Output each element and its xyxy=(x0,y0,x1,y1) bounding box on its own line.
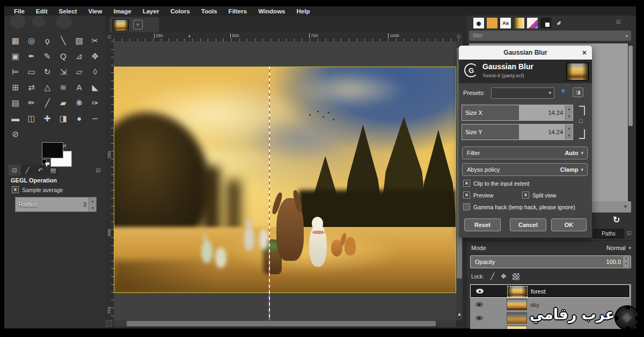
tool-warp-transform[interactable]: ≋ xyxy=(55,79,71,95)
spin-down-icon[interactable]: ▼ xyxy=(89,204,96,211)
tool-paintbrush[interactable]: ╱ xyxy=(39,95,55,111)
brushes-tab-icon[interactable]: ◉ xyxy=(473,18,484,28)
tool-heal[interactable]: ✚ xyxy=(39,111,55,126)
tool-move[interactable]: ✥ xyxy=(87,48,103,64)
layer-row-partial[interactable] xyxy=(470,325,630,329)
tool-pencil[interactable]: ✏ xyxy=(24,95,40,111)
lock-position-icon[interactable]: ✥ xyxy=(501,273,506,280)
tool-eraser[interactable]: ▰ xyxy=(55,95,71,111)
image-tab[interactable]: × xyxy=(109,17,159,32)
spin-up-icon[interactable]: ▲ xyxy=(566,105,573,113)
clip-extent-row[interactable]: × Clip to the input extent xyxy=(463,180,529,187)
menu-filters[interactable]: Filters xyxy=(229,8,247,14)
lock-pixels-icon[interactable]: ╱ xyxy=(491,273,494,280)
tool-align[interactable]: ⊨ xyxy=(8,64,24,79)
paths-tab[interactable]: Paths xyxy=(593,229,624,239)
dialog-titlebar[interactable]: Gaussian Blur × xyxy=(459,46,592,60)
foreground-color-swatch[interactable] xyxy=(42,142,63,158)
tool-ellipse-select[interactable]: ◎ xyxy=(24,33,40,48)
radius-slider[interactable]: Radius 3 ▲ ▼ xyxy=(15,197,97,212)
layer-visible-icon[interactable] xyxy=(475,316,483,320)
link-size-chain[interactable]: □ xyxy=(577,106,586,139)
cancel-button[interactable]: Cancel xyxy=(510,218,546,231)
tool-color-picker[interactable]: ✎ xyxy=(39,48,55,64)
menu-file[interactable]: File xyxy=(14,8,25,14)
tool-fuzzy-select[interactable]: ╲ xyxy=(55,33,71,48)
tool-measure[interactable]: ⊿ xyxy=(71,48,87,64)
tool-shear[interactable]: ▱ xyxy=(71,64,87,79)
tool-airbrush[interactable]: ❋ xyxy=(71,95,87,111)
menu-tools[interactable]: Tools xyxy=(201,8,217,14)
preview-checkbox[interactable]: × xyxy=(463,192,470,199)
gradients-tab-icon[interactable] xyxy=(514,18,524,28)
split-view-row[interactable]: × Split view xyxy=(522,192,556,199)
layer-row-forest[interactable]: forest xyxy=(470,284,630,298)
panel-corner-icon[interactable]: ◱ xyxy=(92,165,104,175)
spin-up-icon[interactable]: ▲ xyxy=(566,124,573,132)
close-tab-icon[interactable]: × xyxy=(133,20,143,30)
horizontal-scrollbar-thumb[interactable] xyxy=(127,321,436,326)
tool-dodge-burn[interactable]: ⊘ xyxy=(8,126,24,142)
opacity-slider[interactable]: Opacity 100.0 ▲ ▼ xyxy=(470,255,631,268)
menu-layer[interactable]: Layer xyxy=(143,8,159,14)
radius-spinner[interactable]: ▲ ▼ xyxy=(89,197,96,211)
tool-rotate[interactable]: ↻ xyxy=(39,64,55,79)
close-icon[interactable]: × xyxy=(582,48,587,57)
device-status-tab-icon[interactable]: ╱ xyxy=(21,165,33,175)
gamma-hack-row[interactable]: Gamma hack (temp hack, please ignore) xyxy=(463,203,575,210)
canvas-viewport[interactable] xyxy=(114,41,456,320)
menu-select[interactable]: Select xyxy=(59,8,77,14)
ok-button[interactable]: OK xyxy=(551,218,587,231)
tool-zoom[interactable]: Q xyxy=(55,48,71,64)
brush-filter-input[interactable]: filter ▾ xyxy=(469,31,631,41)
menu-colors[interactable]: Colors xyxy=(170,8,189,14)
preview-row[interactable]: × Preview xyxy=(463,192,493,199)
abyss-policy-dropdown[interactable]: Abyss policy Clamp ▾ xyxy=(462,163,588,176)
reset-button[interactable]: Reset xyxy=(464,218,501,231)
size-y-slider[interactable]: Size Y 14.24 ▲ ▼ xyxy=(462,124,573,140)
split-view-checkbox[interactable]: × xyxy=(522,192,529,199)
tool-scissors-select[interactable]: ✂ xyxy=(87,33,103,48)
patterns-tab-icon[interactable] xyxy=(487,18,497,28)
spin-down-icon[interactable]: ▼ xyxy=(623,262,630,267)
lock-alpha-icon[interactable] xyxy=(513,273,519,280)
horizontal-ruler[interactable]: 250 500 750 1000 ▼ ◱ xyxy=(114,32,463,42)
tool-free-select[interactable]: ϙ xyxy=(39,33,55,48)
presets-dropdown[interactable]: ▾ xyxy=(491,87,554,99)
horizontal-scrollbar[interactable] xyxy=(114,320,456,327)
add-preset-icon[interactable]: + xyxy=(561,86,566,95)
clip-extent-checkbox[interactable]: × xyxy=(463,180,470,187)
brush-scrollbar[interactable] xyxy=(628,43,633,201)
brush-scrollbar-thumb[interactable] xyxy=(628,46,633,126)
menu-edit[interactable]: Edit xyxy=(36,8,48,14)
layer-visible-icon[interactable] xyxy=(475,302,483,307)
manage-presets-icon[interactable]: ◨ xyxy=(573,87,583,97)
fonts-tab-icon[interactable]: Aa xyxy=(500,18,511,28)
ruler-origin-icon[interactable]: ◱ xyxy=(105,32,114,41)
palettes-tab-icon[interactable] xyxy=(527,18,538,28)
sample-average-row[interactable]: × Sample average xyxy=(12,186,63,193)
gamma-hack-checkbox[interactable] xyxy=(463,203,470,210)
tool-select-by-color[interactable]: ▨ xyxy=(71,33,87,48)
tool-3d-transform[interactable]: ⊞ xyxy=(8,79,24,95)
tool-rectangle-select[interactable]: ▦ xyxy=(8,33,24,48)
panel-corner-icon[interactable]: ◱ xyxy=(616,19,621,24)
refresh-brushes-icon[interactable]: ↻ xyxy=(613,215,620,225)
menu-help[interactable]: Help xyxy=(297,8,310,14)
tool-bucket-fill[interactable]: ◣ xyxy=(87,79,103,95)
spin-down-icon[interactable]: ▼ xyxy=(566,113,573,120)
scroll-up-icon[interactable]: ▲ xyxy=(457,312,462,317)
undo-history-tab-icon[interactable]: ↶ xyxy=(34,165,46,175)
size-y-spinner[interactable]: ▲ ▼ xyxy=(565,124,573,140)
quick-mask-toggle[interactable] xyxy=(106,320,112,327)
tool-options-tab-icon[interactable]: ⊡ xyxy=(9,165,20,175)
filter-dropdown[interactable]: Filter Auto ▾ xyxy=(462,146,588,159)
tool-gradient[interactable]: ▤ xyxy=(8,95,24,111)
image-canvas[interactable] xyxy=(114,67,456,293)
zoom-fit-corner-icon[interactable]: ◱ xyxy=(457,34,461,39)
tool-flip[interactable]: ⇄ xyxy=(24,79,40,95)
spin-up-icon[interactable]: ▲ xyxy=(623,257,630,262)
tool-perspective[interactable]: ◊ xyxy=(87,64,103,79)
opacity-spinner[interactable]: ▲ ▼ xyxy=(623,257,630,267)
layer-visible-icon[interactable] xyxy=(476,289,484,294)
